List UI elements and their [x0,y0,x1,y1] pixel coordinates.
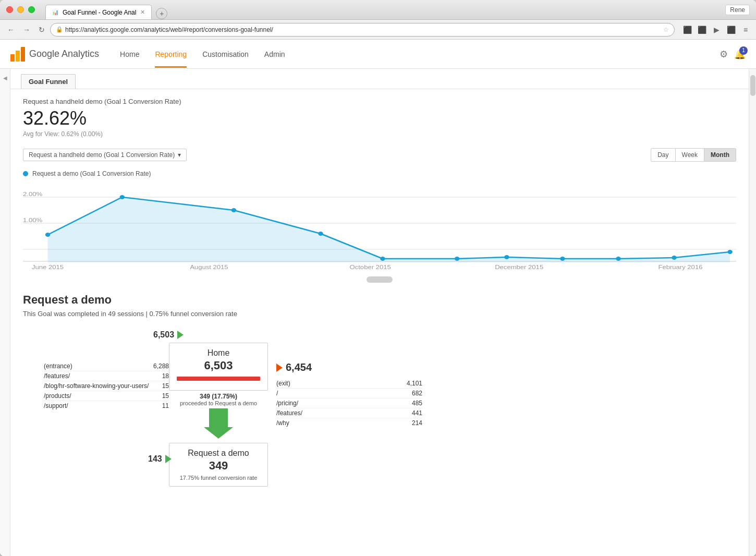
line-chart-svg: 2.00% 1.00% [23,182,736,270]
settings-icon[interactable]: ⚙ [720,49,728,60]
nav-customisation[interactable]: Customisation [202,41,249,68]
svg-point-19 [727,250,733,254]
goal-funnel-tab[interactable]: Goal Funnel [21,74,76,89]
menu-icon[interactable]: ≡ [739,23,752,36]
svg-point-16 [560,257,565,261]
chart-controls: Request a handheld demo (Goal 1 Conversi… [10,144,749,166]
nav-admin[interactable]: Admin [264,41,285,68]
stat-label: /features/ [44,372,70,380]
extension-icon-2[interactable]: ⬛ [696,23,708,36]
svg-point-13 [380,257,385,261]
title-bar: 📊 Goal Funnel - Google Anal ✕ + Rene [0,0,756,20]
funnel-stat-products: /products/ 15 [44,391,169,401]
ga-logo: Google Analytics [10,47,99,62]
close-button[interactable] [6,6,13,13]
url-bar[interactable]: 🔒 https://analytics.google.com/analytics… [50,23,675,37]
chart-area: Request a demo (Goal 1 Conversion Rate) … [10,166,749,283]
svg-text:June 2015: June 2015 [32,264,64,270]
week-button[interactable]: Week [676,149,704,161]
forward-button[interactable]: → [20,23,33,36]
minimize-button[interactable] [17,6,24,13]
right-stat-exit: (exit) 4,101 [276,379,422,389]
svg-text:October 2015: October 2015 [350,264,392,270]
tab-title: Goal Funnel - Google Anal [63,9,136,16]
funnel-right-stats: 6,454 (exit) 4,101 / 682 /pric [276,330,422,428]
svg-text:1.00%: 1.00% [23,217,42,224]
funnel-left-stats: (entrance) 6,288 /features/ 18 /blog/hr-… [44,330,169,410]
star-icon[interactable]: ☆ [663,26,669,33]
extension-icon-3[interactable]: ▶ [710,23,723,36]
nav-reporting[interactable]: Reporting [155,41,187,68]
chart-scrollbar[interactable] [367,276,393,283]
dropdown-chevron-icon: ▾ [178,151,181,159]
down-arrow-icon [204,408,233,439]
funnel-exit-count-row: 6,454 [276,361,422,373]
day-button[interactable]: Day [651,149,675,161]
funnel-second-entrance: 143 [148,454,172,464]
svg-text:August 2015: August 2015 [190,264,228,270]
vertical-scrollbar[interactable] [749,69,756,556]
tab-favicon: 📊 [52,9,58,15]
nav-bar: ← → ↻ 🔒 https://analytics.google.com/ana… [0,20,756,40]
svg-rect-0 [10,54,15,62]
url-text: https://analytics.google.com/analytics/w… [65,26,273,33]
metric-value: 32.62% [23,107,736,129]
funnel-down-flow: 349 (17.75%) proceeded to Request a demo [180,393,257,439]
reload-button[interactable]: ↻ [35,23,48,36]
month-button[interactable]: Month [704,149,736,161]
page-tab-bar: Goal Funnel [10,69,749,89]
ga-logo-icon [10,47,25,62]
right-stat-label: /features/ [276,409,302,417]
notifications-bell[interactable]: 🔔 1 [734,49,746,60]
right-stat-label: / [276,390,278,397]
time-period-buttons: Day Week Month [651,148,736,162]
tab-close-icon[interactable]: ✕ [140,9,145,16]
funnel-stat-support: /support/ 11 [44,401,169,410]
right-stat-value: 4,101 [407,380,422,387]
ga-header: Google Analytics Home Reporting Customis… [0,40,756,69]
exit-arrow-icon [276,364,283,372]
svg-point-10 [120,195,125,199]
new-tab-button[interactable]: + [156,8,167,19]
stat-value: 11 [162,402,169,409]
funnel-entrance-row: 6,503 [153,330,184,340]
nav-home[interactable]: Home [120,41,139,68]
browser-tab-active[interactable]: 📊 Goal Funnel - Google Anal ✕ [45,5,152,19]
back-button[interactable]: ← [4,23,18,36]
metric-section: Request a handheld demo (Goal 1 Conversi… [10,89,749,144]
user-badge: Rene [725,5,750,15]
right-stat-root: / 682 [276,389,422,398]
right-stat-value: 682 [412,390,422,397]
funnel-subtitle: This Goal was completed in 49 sessions |… [23,310,736,318]
exit-bar [177,377,260,381]
metric-dropdown[interactable]: Request a handheld demo (Goal 1 Conversi… [23,149,187,161]
funnel-flow: 6,503 Home 6,503 349 (17.7 [169,330,268,464]
extension-icon-4[interactable]: ⬛ [725,23,737,36]
svg-text:2.00%: 2.00% [23,191,42,198]
stat-label: /products/ [44,392,71,400]
svg-text:February 2016: February 2016 [658,264,702,270]
stat-value: 18 [162,372,169,380]
right-stat-value: 441 [412,409,422,417]
stat-label: /support/ [44,402,68,409]
right-stat-label: /pricing/ [276,400,298,407]
secure-icon: 🔒 [56,26,63,33]
svg-point-15 [504,255,509,259]
funnel-container: (entrance) 6,288 /features/ 18 /blog/hr-… [44,330,736,464]
svg-text:December 2015: December 2015 [495,264,543,270]
line-chart: 2.00% 1.00% [23,182,736,275]
ga-main-content: Goal Funnel Request a handheld demo (Goa… [10,69,749,556]
funnel-title: Request a demo [23,293,736,307]
second-entrance-count: 143 [148,454,162,464]
sidebar-toggle[interactable]: ◀ [0,69,10,556]
right-stat-label: (exit) [276,380,290,387]
request-box-count: 349 [177,459,260,473]
metric-avg: Avg for View: 0.62% (0.00%) [23,130,736,138]
stat-value: 6,288 [153,362,169,370]
right-stat-features: /features/ 441 [276,408,422,418]
maximize-button[interactable] [28,6,35,13]
request-box-rate: 17.75% funnel conversion rate [177,475,260,481]
notification-badge: 1 [739,46,748,55]
extension-icon-1[interactable]: ⬛ [681,23,693,36]
svg-point-18 [672,256,677,260]
